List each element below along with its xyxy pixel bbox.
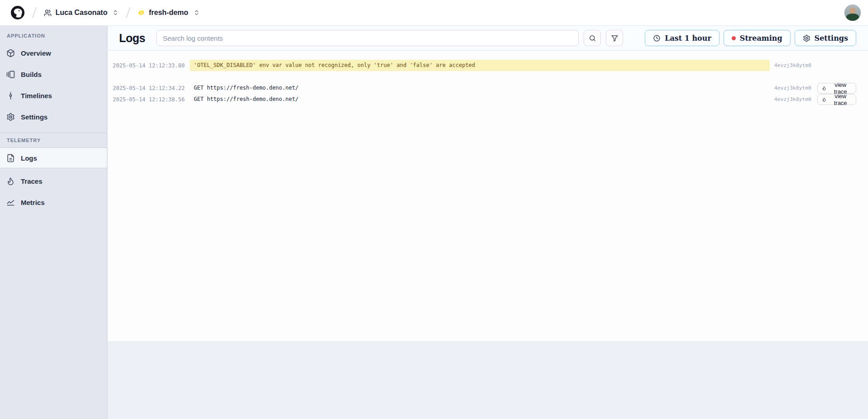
gear-icon: [6, 113, 15, 121]
org-users-icon: [44, 9, 52, 17]
box-icon: [6, 49, 15, 57]
logs-toolbar: Logs Last 1 hour Streaming Settings: [108, 26, 868, 51]
sidebar-item-label: Overview: [21, 49, 51, 57]
sidebar-item-label: Traces: [21, 177, 43, 185]
sidebar-item-logs[interactable]: Logs: [0, 148, 107, 168]
search-icon: [589, 34, 596, 42]
log-timestamp: 2025-05-14 12:12:38.56: [113, 96, 187, 103]
user-avatar[interactable]: [844, 5, 861, 21]
log-trace-id: 4evzj3k8ytm0: [774, 85, 811, 91]
topbar: Luca Casonato fresh-demo: [0, 0, 868, 26]
settings-label: Settings: [815, 34, 848, 43]
log-message-warning: 'OTEL_SDK_DISABLED' env var value not re…: [190, 60, 770, 71]
time-range-button[interactable]: Last 1 hour: [645, 30, 719, 46]
view-trace-label: view trace: [829, 93, 852, 106]
sidebar-item-label: Metrics: [21, 199, 45, 206]
view-trace-button[interactable]: view trace: [817, 94, 856, 105]
log-meta: 4evzj3k8ytm0: [774, 62, 856, 68]
breadcrumb-org[interactable]: Luca Casonato: [44, 9, 119, 17]
sidebar-divider: [0, 133, 107, 133]
builds-panels-icon: [6, 70, 15, 79]
breadcrumb-separator: [126, 7, 130, 19]
log-settings-button[interactable]: Settings: [795, 30, 856, 46]
filter-funnel-icon: [611, 34, 619, 42]
log-row[interactable]: 2025-05-14 12:12:38.56 GET https://fresh…: [108, 94, 868, 105]
sidebar: APPLICATION Overview Builds Timelines Se…: [0, 26, 107, 419]
sidebar-item-label: Timelines: [21, 92, 52, 100]
sidebar-item-builds[interactable]: Builds: [0, 66, 107, 83]
sidebar-item-settings[interactable]: Settings: [0, 108, 107, 125]
view-trace-button[interactable]: view trace: [817, 83, 856, 94]
trend-chart-icon: [6, 198, 15, 207]
log-trace-id: 4evzj3k8ytm0: [774, 62, 813, 68]
project-name: fresh-demo: [149, 9, 188, 17]
streaming-label: Streaming: [740, 34, 782, 43]
sidebar-item-overview[interactable]: Overview: [0, 44, 107, 62]
clock-icon: [653, 34, 661, 42]
streaming-button[interactable]: Streaming: [724, 30, 791, 46]
org-switcher-unfold-icon[interactable]: [112, 10, 119, 16]
log-row[interactable]: 2025-05-14 12:12:33.80 'OTEL_SDK_DISABLE…: [108, 60, 868, 71]
project-switcher-unfold-icon[interactable]: [193, 10, 200, 16]
sidebar-item-label: Logs: [21, 154, 37, 162]
fresh-lemon-icon: [138, 9, 145, 16]
filter-button[interactable]: [606, 30, 623, 46]
sidebar-item-traces[interactable]: Traces: [0, 172, 107, 190]
page-title: Logs: [119, 32, 145, 45]
log-message: GET https://fresh-demo.deno.net/: [190, 94, 774, 105]
sidebar-item-label: Builds: [21, 71, 42, 78]
breadcrumb-separator: [32, 7, 37, 19]
org-name: Luca Casonato: [56, 9, 108, 17]
main-content: Logs Last 1 hour Streaming Settings 202: [108, 26, 868, 419]
flame-icon: [822, 97, 826, 102]
log-meta: 4evzj3k8ytm0 view trace: [774, 94, 856, 105]
breadcrumb-project[interactable]: fresh-demo: [138, 9, 200, 17]
deno-logo-icon[interactable]: [10, 5, 25, 20]
streaming-live-dot-icon: [732, 36, 736, 40]
sidebar-item-metrics[interactable]: Metrics: [0, 194, 107, 211]
log-row[interactable]: 2025-05-14 12:12:34.22 GET https://fresh…: [108, 82, 868, 94]
log-message: GET https://fresh-demo.deno.net/: [190, 82, 774, 94]
sidebar-section-telemetry: TELEMETRY: [0, 138, 107, 145]
time-range-label: Last 1 hour: [665, 34, 711, 43]
search-input[interactable]: [156, 30, 579, 46]
sidebar-item-label: Settings: [21, 113, 48, 121]
file-text-icon: [6, 154, 15, 162]
log-list: 2025-05-14 12:12:33.80 'OTEL_SDK_DISABLE…: [108, 51, 868, 342]
timeline-icon: [6, 91, 15, 100]
flame-icon: [822, 86, 826, 91]
flame-icon: [6, 177, 15, 186]
sidebar-item-timelines[interactable]: Timelines: [0, 87, 107, 104]
gear-icon: [803, 34, 810, 42]
toolbar-actions: Last 1 hour Streaming Settings: [645, 30, 856, 46]
log-meta: 4evzj3k8ytm0 view trace: [774, 83, 856, 94]
log-trace-id: 4evzj3k8ytm0: [774, 96, 811, 102]
search-button[interactable]: [584, 30, 601, 46]
log-timestamp: 2025-05-14 12:12:33.80: [113, 62, 187, 69]
log-timestamp: 2025-05-14 12:12:34.22: [113, 85, 187, 91]
sidebar-section-application: APPLICATION: [0, 33, 107, 40]
